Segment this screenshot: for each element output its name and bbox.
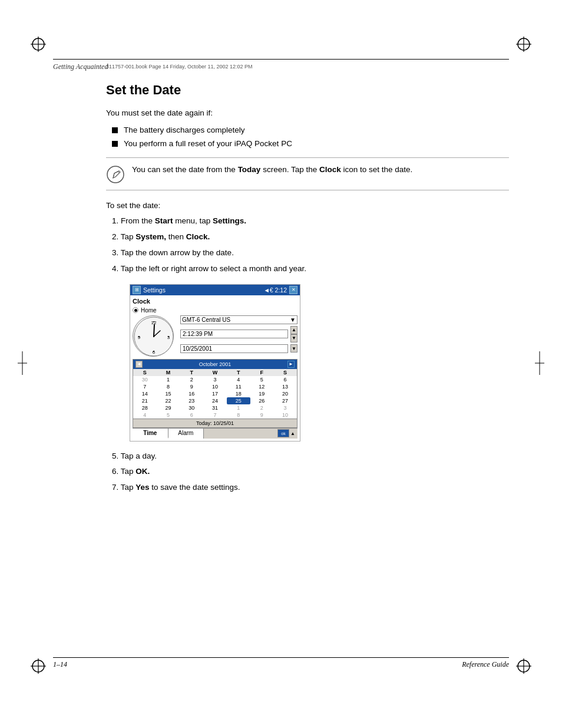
calendar-day[interactable]: 3 — [273, 404, 297, 411]
date-row: 10/25/2001 ▼ — [180, 344, 297, 353]
calendar-month-label: October 2001 — [199, 361, 232, 367]
note-icon — [106, 165, 125, 184]
calendar-day[interactable]: 12 — [250, 383, 274, 390]
svg-line-20 — [154, 325, 154, 337]
windows-icon: ⊞ — [133, 286, 141, 294]
day-header-thu: T — [227, 369, 250, 376]
calendar-day[interactable]: 4 — [133, 411, 157, 419]
step-1: 1. From the Start menu, tap Settings. — [112, 216, 509, 227]
step-4: 4. Tap the left or right arrow to select… — [112, 263, 509, 275]
steps-intro: To set the date: — [106, 201, 509, 210]
calendar-day[interactable]: 30 — [133, 376, 157, 383]
calendar-day[interactable]: 28 — [133, 404, 157, 411]
day-header-mon: M — [157, 369, 180, 376]
calendar-day[interactable]: 24 — [203, 397, 227, 404]
calendar-day[interactable]: 23 — [180, 397, 203, 404]
day-header-sat: S — [273, 369, 297, 376]
calendar-day[interactable]: 2 — [180, 376, 203, 383]
home-label: Home — [141, 307, 157, 314]
step-num: 4. — [112, 264, 121, 273]
calendar-day[interactable]: 1 — [227, 404, 250, 411]
tab-time[interactable]: Time — [133, 429, 168, 439]
calendar-day[interactable]: 13 — [273, 383, 297, 390]
calendar-day[interactable]: 6 — [273, 376, 297, 383]
calendar-day[interactable]: 5 — [250, 376, 274, 383]
up-arrow-icon: ▲ — [290, 431, 295, 436]
calendar-day[interactable]: 22 — [157, 397, 180, 404]
svg-text:3: 3 — [167, 335, 170, 340]
status-time: ◄€ 2:12 — [263, 286, 287, 294]
svg-point-22 — [153, 321, 154, 322]
timezone-row: GMT-6 Central US ▼ — [180, 315, 297, 324]
dropdown-arrow-icon: ▼ — [290, 317, 296, 323]
note-text: You can set the date from the Today scre… — [132, 164, 412, 176]
calendar-day[interactable]: 15 — [157, 390, 180, 397]
calendar-day[interactable]: 7 — [203, 411, 227, 419]
calendar-day[interactable]: 5 — [157, 411, 180, 419]
calendar-day[interactable]: 19 — [250, 390, 274, 397]
svg-point-23 — [168, 336, 169, 337]
time-arrows: ▲ ▼ — [290, 326, 297, 342]
intro-text: You must set the date again if: — [106, 108, 509, 117]
calendar-day[interactable]: 31 — [203, 404, 227, 411]
svg-point-24 — [153, 351, 154, 352]
time-up-button[interactable]: ▲ — [290, 326, 297, 334]
calendar-day[interactable]: 2 — [250, 404, 274, 411]
time-down-button[interactable]: ▼ — [290, 334, 297, 342]
calendar-day[interactable]: 8 — [157, 383, 180, 390]
date-down-button[interactable]: ▼ — [290, 344, 297, 353]
calendar-day[interactable]: 26 — [250, 397, 274, 404]
timezone-dropdown[interactable]: GMT-6 Central US ▼ — [180, 315, 297, 324]
calendar-next-button[interactable]: ► — [287, 361, 295, 368]
calendar-day[interactable]: 9 — [250, 411, 274, 419]
calendar-day[interactable]: 30 — [180, 404, 203, 411]
calendar-day[interactable]: 1 — [157, 376, 180, 383]
calendar: ◄ October 2001 ► S M T W T F S — [133, 359, 297, 428]
calendar-day[interactable]: 17 — [203, 390, 227, 397]
calendar-day[interactable]: 21 — [133, 397, 157, 404]
time-field: 2:12:39 PM — [180, 330, 288, 338]
ok-button[interactable]: ok — [277, 429, 289, 437]
today-bar: Today: 10/25/01 — [133, 419, 297, 427]
calendar-header-row: S M T W T F S — [133, 369, 297, 376]
calendar-day[interactable]: 27 — [273, 397, 297, 404]
tab-alarm[interactable]: Alarm — [168, 429, 204, 439]
calendar-day[interactable]: 8 — [227, 411, 250, 419]
calendar-day[interactable]: 20 — [273, 390, 297, 397]
calendar-day[interactable]: 14 — [133, 390, 157, 397]
svg-point-12 — [107, 166, 124, 183]
calendar-today[interactable]: 25 — [227, 397, 250, 404]
calendar-header: ◄ October 2001 ► — [133, 360, 297, 369]
calendar-day[interactable]: 10 — [273, 411, 297, 419]
steps-list: 1. From the Start menu, tap Settings. 2.… — [112, 216, 509, 275]
calendar-day[interactable]: 11 — [227, 383, 250, 390]
section-title: Set the Date — [106, 83, 509, 98]
svg-text:6: 6 — [153, 350, 156, 355]
bullet-text-2: You perform a full reset of your iPAQ Po… — [124, 139, 292, 148]
clock-section-label: Clock — [133, 298, 297, 305]
calendar-day[interactable]: 6 — [180, 411, 203, 419]
calendar-day[interactable]: 10 — [203, 383, 227, 390]
day-header-sun: S — [133, 369, 157, 376]
bottom-tabs: Time Alarm ok ▲ — [133, 428, 297, 439]
calendar-day[interactable]: 9 — [180, 383, 203, 390]
calendar-day[interactable]: 7 — [133, 383, 157, 390]
step-7: 7. Tap Yes to save the date settings. — [112, 482, 509, 493]
calendar-day[interactable]: 4 — [227, 376, 250, 383]
guide-name: Reference Guide — [462, 660, 509, 669]
calendar-day[interactable]: 18 — [227, 390, 250, 397]
calendar-day[interactable]: 3 — [203, 376, 227, 383]
calendar-row: 21 22 23 24 25 26 27 — [133, 397, 297, 404]
titlebar-title: Settings — [143, 286, 166, 294]
step-5: 5. Tap a day. — [112, 451, 509, 462]
page-number: 1–14 — [53, 660, 67, 669]
main-content: Set the Date You must set the date again… — [106, 77, 509, 503]
step-6: 6. Tap OK. — [112, 466, 509, 477]
day-header-wed: W — [203, 369, 227, 376]
calendar-prev-button[interactable]: ◄ — [135, 361, 143, 368]
calendar-day[interactable]: 16 — [180, 390, 203, 397]
time-row: 2:12:39 PM ▲ ▼ — [180, 326, 297, 342]
corner-mark-tl — [29, 35, 47, 53]
day-header-fri: F — [250, 369, 274, 376]
calendar-day[interactable]: 29 — [157, 404, 180, 411]
